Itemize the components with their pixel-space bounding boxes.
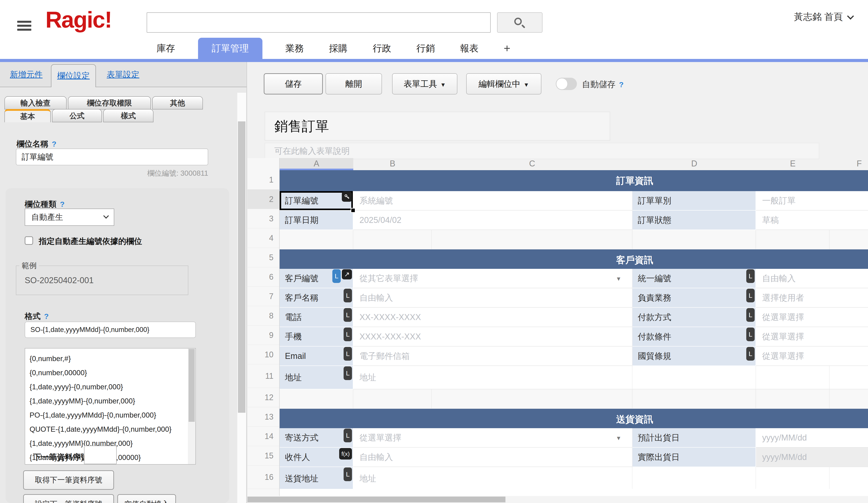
field-label-cell-customer-no[interactable]: 客戶編號 L ↗ <box>280 269 353 288</box>
sidebar-scrollbar-thumb[interactable] <box>238 121 246 413</box>
field-value-cell[interactable]: XX-XXXX-XXXX <box>353 308 632 327</box>
sidebar-tab-add-component[interactable]: 新增元件 <box>10 69 43 80</box>
field-label-cell-expected-ship-date[interactable]: 預計出貨日 <box>632 428 756 447</box>
sidebar-scrollbar[interactable] <box>237 93 246 503</box>
sidebar-tab-field-settings[interactable]: 欄位設定 <box>51 64 96 87</box>
caret-down-icon[interactable]: ▼ <box>616 435 621 442</box>
tab-style[interactable]: 樣式 <box>103 109 154 122</box>
field-value-cell[interactable]: 從其它表單選擇 ▼ <box>353 269 632 288</box>
empty-value-cell[interactable] <box>632 366 756 389</box>
field-name-input[interactable] <box>16 149 208 165</box>
empty-cell[interactable] <box>353 389 432 409</box>
help-icon[interactable]: ? <box>52 140 56 148</box>
tab-admin[interactable]: 行政 <box>371 38 393 59</box>
add-tab-button[interactable]: + <box>502 38 513 59</box>
empty-value-cell[interactable] <box>830 366 868 389</box>
format-option[interactable]: {1,date,yyyy}-{0,number,000} <box>25 380 195 394</box>
field-value-cell[interactable]: 系統編號 <box>353 191 632 211</box>
form-description-input[interactable]: 可在此輸入表單說明 <box>265 143 819 159</box>
row-number[interactable]: 5 <box>247 248 279 267</box>
row-number[interactable]: 2 <box>247 190 279 209</box>
sidebar-tab-form-settings[interactable]: 表單設定 <box>107 69 140 80</box>
field-label-cell-address[interactable]: 地址 L <box>280 366 353 389</box>
leave-button[interactable]: 離開 <box>326 73 382 94</box>
empty-cell[interactable] <box>280 389 353 409</box>
caret-down-icon[interactable]: ▼ <box>616 275 621 282</box>
field-label-cell-actual-ship-date[interactable]: 實際出貨日 <box>632 447 756 467</box>
field-value-cell[interactable]: 2025/04/02 <box>353 211 632 230</box>
empty-cell[interactable] <box>756 389 830 409</box>
tab-order-management[interactable]: 訂單管理 <box>198 38 262 59</box>
format-option[interactable]: PO-{1,date,yyyyMMdd}-{0,number,000} <box>25 408 195 422</box>
column-header-f[interactable]: F <box>830 158 868 170</box>
field-value-cell[interactable]: 自由輸入 <box>353 288 632 308</box>
column-header-b[interactable]: B <box>353 158 432 170</box>
row-number[interactable]: 12 <box>247 388 279 407</box>
help-icon[interactable]: ? <box>619 80 624 89</box>
field-value-cell[interactable]: 地址 <box>353 366 632 389</box>
autosave-toggle[interactable] <box>556 78 577 90</box>
field-value-cell[interactable]: XXXX-XXX-XXX <box>353 327 632 346</box>
field-label-cell-order-no[interactable]: 訂單編號 <box>280 191 353 211</box>
column-header-a[interactable]: A <box>280 158 353 170</box>
empty-cell[interactable] <box>632 389 756 409</box>
form-title-box[interactable]: 銷售訂單 <box>265 112 610 141</box>
field-value-cell[interactable]: 選擇使用者 <box>756 288 868 308</box>
field-label-cell-sales-rep[interactable]: 負責業務 L <box>632 288 756 308</box>
field-label-cell-recipient[interactable]: 收件人 f(x) <box>280 447 353 467</box>
empty-cell[interactable] <box>632 230 756 249</box>
row-number[interactable]: 13 <box>247 407 279 426</box>
field-label-cell-shipping-method[interactable]: 寄送方式 L <box>280 428 353 447</box>
field-value-cell[interactable]: 電子郵件信箱 <box>353 346 632 366</box>
field-type-select[interactable]: 自動產生 <box>25 209 114 226</box>
row-number[interactable]: 11 <box>247 364 279 388</box>
field-value-cell[interactable]: 自由輸入 <box>756 269 868 288</box>
tab-formula[interactable]: 公式 <box>52 109 102 122</box>
field-value-cell[interactable]: 從選單選擇 <box>756 346 868 366</box>
field-value-cell[interactable]: 一般訂單 <box>756 191 868 211</box>
row-number[interactable]: 14 <box>247 426 279 446</box>
field-label-cell-incoterms[interactable]: 國貿條規 L <box>632 346 756 366</box>
user-menu[interactable]: 黃志銘 首頁 <box>794 11 852 23</box>
empty-cell[interactable] <box>353 230 432 249</box>
app-logo[interactable]: Ragic! <box>45 7 112 33</box>
row-number[interactable]: 1 <box>247 170 279 190</box>
format-option[interactable]: {1,date,yyyyMM}-{0,number,000} <box>25 394 195 408</box>
tab-reports[interactable]: 報表 <box>458 38 481 59</box>
field-value-cell[interactable]: 地址 <box>353 467 632 489</box>
field-value-cell-readonly[interactable]: yyyy/MM/dd <box>756 447 868 467</box>
horizontal-scrollbar-thumb[interactable] <box>247 496 505 502</box>
tab-input-validation[interactable]: 輸入檢查 <box>4 96 66 110</box>
field-value-cell[interactable]: 從選單選擇 ▼ <box>353 428 632 447</box>
field-label-cell-customer-name[interactable]: 客戶名稱 L <box>280 288 353 308</box>
format-input[interactable] <box>25 322 196 338</box>
field-value-cell[interactable]: 草稿 <box>756 211 868 230</box>
empty-cell[interactable] <box>432 389 632 409</box>
format-option[interactable]: {0,number,00000} <box>25 366 195 380</box>
tab-field-access-rights[interactable]: 欄位存取權限 <box>68 96 151 110</box>
empty-value-cell[interactable] <box>756 366 830 389</box>
selection-fill-handle[interactable] <box>351 208 355 213</box>
tab-other[interactable]: 其他 <box>152 96 203 110</box>
column-header-d[interactable]: D <box>632 158 756 170</box>
tab-sales[interactable]: 業務 <box>283 38 306 59</box>
tab-marketing[interactable]: 行銷 <box>414 38 437 59</box>
field-label-cell-payment-terms[interactable]: 付款條件 L <box>632 327 756 346</box>
row-number[interactable]: 4 <box>247 229 279 248</box>
tab-basic[interactable]: 基本 <box>4 109 51 122</box>
tab-inventory[interactable]: 庫存 <box>154 38 177 59</box>
listbox-scrollbar-thumb[interactable] <box>188 349 195 422</box>
get-next-serial-button[interactable]: 取得下一筆資料序號 <box>23 470 114 490</box>
format-option[interactable]: {0,number,#} <box>25 352 195 366</box>
search-button[interactable] <box>497 12 542 33</box>
field-value-cell[interactable]: 從選單選擇 <box>756 327 868 346</box>
format-option[interactable]: QUOTE-{1,date,yyyyMMdd}-{0,number,000} <box>25 422 195 436</box>
field-value-cell[interactable]: 自由輸入 <box>353 447 632 467</box>
field-label-cell-email[interactable]: Email L <box>280 346 353 366</box>
empty-value-cell[interactable] <box>632 467 756 489</box>
row-number[interactable]: 10 <box>247 345 279 364</box>
field-label-cell-shipping-address[interactable]: 送貨地址 L <box>280 467 353 489</box>
section-row-customer-info[interactable]: 客戶資訊 <box>280 249 868 269</box>
row-number[interactable]: 6 <box>247 267 279 287</box>
save-button[interactable]: 儲存 <box>264 73 323 94</box>
